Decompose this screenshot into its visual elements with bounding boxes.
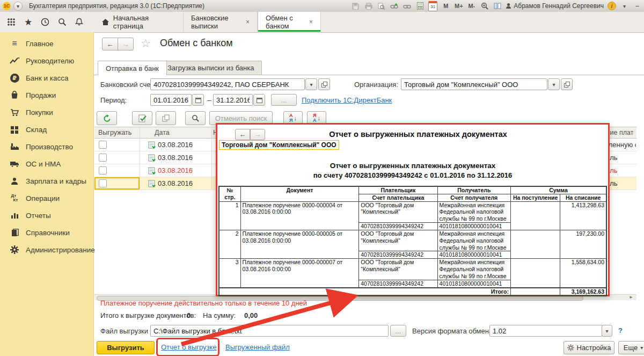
format-version-dropdown-button[interactable]: ▾: [602, 325, 612, 337]
close-tab-icon[interactable]: ×: [309, 18, 313, 26]
home-icon: [101, 18, 109, 26]
sidebar-item-operations[interactable]: ДтКтОперации: [0, 190, 93, 207]
organization-input[interactable]: [401, 78, 547, 90]
refresh-button[interactable]: [97, 111, 117, 125]
favorites-star-icon[interactable]: ★: [24, 17, 32, 28]
nav-forward-button[interactable]: →: [118, 38, 134, 50]
main-menu-button[interactable]: ▾: [13, 2, 23, 11]
organization-label: Организация:: [354, 81, 398, 89]
select-all-button[interactable]: [132, 111, 152, 125]
sidebar-item-directories[interactable]: Справочники: [0, 224, 93, 241]
sidebar-item-administration[interactable]: Администрирование: [0, 241, 93, 258]
close-tab-icon[interactable]: ×: [246, 18, 250, 26]
validity-warning: Платежное поручение действительно только…: [100, 299, 307, 307]
sidebar-item-manager[interactable]: Руководителю: [0, 52, 93, 69]
report-row[interactable]: 2 Платежное поручение 0000-000005 от 03.…: [219, 230, 606, 251]
period-dash: –: [207, 96, 211, 104]
calculator-icon[interactable]: [415, 2, 425, 11]
more-button[interactable]: Еще▾: [618, 341, 644, 354]
sidebar-item-salary-hr[interactable]: Зарплата и кадры: [0, 172, 93, 190]
sidebar-item-sales[interactable]: Продажи: [0, 86, 93, 104]
upload-report-link[interactable]: Отчет о выгрузке: [161, 343, 217, 351]
tab-bank-exchange[interactable]: Обмен с банком×: [258, 12, 321, 32]
sidebar-item-reports[interactable]: Отчеты: [0, 207, 93, 224]
minimize-button[interactable]: −: [633, 2, 642, 11]
tab-bar: ★ Начальная страница Банковские выписки×…: [0, 12, 644, 33]
report-row[interactable]: 1 Платежное поручение 0000-000004 от 03.…: [219, 201, 606, 222]
totals-docs-value: 0: [187, 311, 191, 319]
add-link-icon[interactable]: [390, 2, 399, 11]
history-icon[interactable]: [41, 18, 49, 26]
export-file-input[interactable]: [150, 325, 389, 337]
calendar-icon[interactable]: 31: [428, 1, 437, 11]
calendar-icon: [195, 97, 201, 103]
bank-account-input[interactable]: [150, 78, 305, 90]
info-icon[interactable]: i: [608, 2, 616, 10]
scroll-right-icon[interactable]: ►: [629, 295, 633, 300]
organization-dropdown-button[interactable]: ▾: [548, 78, 560, 90]
save-icon[interactable]: [351, 2, 360, 11]
upload-checkbox[interactable]: [99, 154, 107, 162]
search-icon: [192, 114, 200, 122]
settings-button[interactable]: Настройка: [564, 341, 614, 354]
subtab-send-to-bank[interactable]: Отправка в банк: [98, 61, 167, 75]
split-columns-icon[interactable]: [493, 2, 502, 11]
period-from-calendar-button[interactable]: [192, 94, 204, 106]
organization-open-button[interactable]: [561, 78, 573, 90]
titlebar-chevron-icon[interactable]: ▾: [620, 2, 629, 11]
report-total-row: Итого: 3,169,162.63: [219, 288, 606, 296]
report-total-value: 3,169,162.63: [560, 288, 606, 296]
upload-checkbox[interactable]: [99, 179, 107, 187]
directbank-link[interactable]: Подключить 1С:ДиректБанк: [302, 96, 392, 104]
preview-icon[interactable]: [377, 2, 386, 11]
bank-account-label: Банковский счет:: [100, 81, 156, 89]
upload-button[interactable]: Выгрузить: [97, 341, 155, 354]
report-subheading: по счету 40702810399994349242 с 01.01.20…: [217, 171, 608, 179]
period-from-input[interactable]: [150, 94, 192, 106]
nav-back-button[interactable]: ←: [102, 38, 118, 50]
report-organization-cell[interactable]: Торговый дом "Комплексный" ООО: [219, 140, 339, 150]
upload-checkbox[interactable]: [99, 166, 107, 175]
notifications-bell-icon[interactable]: [75, 18, 83, 26]
bank-account-open-button[interactable]: [318, 78, 330, 90]
format-version-input[interactable]: [489, 325, 602, 337]
apps-grid-icon[interactable]: [7, 18, 16, 26]
gear-icon: [9, 244, 20, 255]
subtab-load-statement[interactable]: Загрузка выписки из банка: [159, 61, 262, 75]
period-to-calendar-button[interactable]: [253, 94, 265, 106]
uploaded-file-link[interactable]: Выгруженный файл: [225, 343, 290, 351]
sidebar-item-warehouse[interactable]: Склад: [0, 121, 93, 138]
memory-m-button[interactable]: M: [441, 2, 450, 11]
period-to-input[interactable]: [213, 94, 253, 106]
favorite-star-icon[interactable]: ☆: [141, 37, 151, 50]
tab-bank-statements[interactable]: Банковские выписки×: [184, 12, 258, 32]
print-icon[interactable]: [364, 2, 373, 11]
bag-icon: [9, 90, 20, 100]
tab-home[interactable]: Начальная страница: [94, 12, 184, 32]
find-button[interactable]: [185, 111, 206, 125]
help-link[interactable]: ?: [618, 326, 623, 335]
zoom-icon[interactable]: [480, 2, 489, 11]
export-file-browse-button[interactable]: ...: [390, 325, 406, 337]
search-icon[interactable]: [58, 18, 67, 26]
payment-order-icon: [148, 167, 156, 176]
upload-checkbox[interactable]: [99, 141, 107, 149]
payment-order-icon: [148, 154, 156, 163]
sidebar-item-main[interactable]: ≡Главное: [0, 35, 93, 52]
link-icon[interactable]: [402, 2, 412, 11]
copy-button[interactable]: [156, 111, 176, 125]
sidebar-item-purchases[interactable]: Покупки: [0, 104, 93, 121]
report-row[interactable]: 3 Платежное поручение 0000-000007 от 03.…: [219, 259, 606, 280]
report-col-payer: Плательщик: [359, 186, 437, 194]
current-user[interactable]: Абрамов Геннадий Сергеевич: [506, 2, 604, 10]
dt-kt-icon: ДтКт: [9, 193, 20, 204]
sidebar-item-production[interactable]: Производство: [0, 138, 93, 155]
memory-m-minus-button[interactable]: M-: [467, 2, 476, 11]
period-more-button[interactable]: ...: [271, 94, 297, 106]
report-col-out: На списание: [560, 194, 606, 201]
sidebar-item-bank-cash[interactable]: ₽Банк и касса: [0, 69, 93, 86]
sidebar-item-os-nma[interactable]: ОС и НМА: [0, 155, 93, 172]
bank-account-dropdown-button[interactable]: ▾: [305, 78, 317, 90]
memory-m-plus-button[interactable]: M+: [454, 2, 463, 11]
open-icon: [321, 82, 327, 88]
